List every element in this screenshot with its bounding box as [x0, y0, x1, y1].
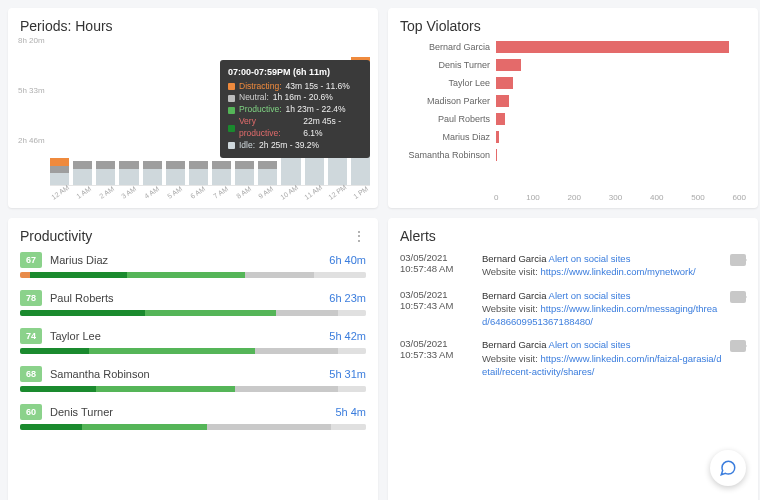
violator-row[interactable]: Madison Parker: [400, 92, 746, 110]
productivity-score: 78: [20, 290, 42, 306]
productivity-score: 68: [20, 366, 42, 382]
productivity-card: Productivity ⋮ 67Marius Diaz6h 40m78Paul…: [8, 218, 378, 500]
productivity-item[interactable]: 60Denis Turner5h 4m: [20, 404, 366, 430]
more-menu-icon[interactable]: ⋮: [352, 228, 366, 244]
violators-chart[interactable]: Bernard GarciaDenis TurnerTaylor LeeMadi…: [400, 38, 746, 186]
violator-row[interactable]: Taylor Lee: [400, 74, 746, 92]
productivity-score: 74: [20, 328, 42, 344]
productivity-bar: [20, 386, 366, 392]
violator-bar: [496, 95, 509, 107]
productivity-bar: [20, 310, 366, 316]
productivity-time[interactable]: 5h 31m: [329, 368, 366, 380]
screenshot-icon[interactable]: [730, 291, 746, 303]
chat-button[interactable]: [710, 450, 746, 486]
violator-bar: [496, 41, 729, 53]
violator-bar: [496, 149, 497, 161]
alert-body: Bernard Garcia Alert on social sitesWebs…: [482, 252, 722, 279]
productivity-name: Taylor Lee: [50, 330, 101, 342]
productivity-list: 67Marius Diaz6h 40m78Paul Roberts6h 23m7…: [20, 252, 366, 430]
violators-xaxis: 0100200300400500600: [494, 193, 746, 202]
top-violators-card: Top Violators Bernard GarciaDenis Turner…: [388, 8, 758, 208]
violator-row[interactable]: Paul Roberts: [400, 110, 746, 128]
screenshot-icon[interactable]: [730, 340, 746, 352]
alert-body: Bernard Garcia Alert on social sitesWebs…: [482, 338, 722, 378]
alert-timestamp: 03/05/202110:57:48 AM: [400, 252, 472, 279]
periods-yaxis: 8h 20m 5h 33m 2h 46m: [18, 36, 45, 186]
productivity-time[interactable]: 6h 40m: [329, 254, 366, 266]
violator-name: Marius Diaz: [400, 132, 496, 142]
productivity-item[interactable]: 68Samantha Robinson5h 31m: [20, 366, 366, 392]
alert-rule-link[interactable]: Alert on social sites: [549, 339, 631, 350]
violator-bar: [496, 113, 505, 125]
productivity-name: Denis Turner: [50, 406, 113, 418]
alerts-card: Alerts 03/05/202110:57:48 AMBernard Garc…: [388, 218, 758, 500]
alert-timestamp: 03/05/202110:57:43 AM: [400, 289, 472, 329]
alert-row[interactable]: 03/05/202110:57:43 AMBernard Garcia Aler…: [400, 289, 746, 329]
alerts-list: 03/05/202110:57:48 AMBernard Garcia Aler…: [400, 252, 746, 378]
periods-bar[interactable]: [50, 36, 69, 185]
productivity-time[interactable]: 5h 4m: [335, 406, 366, 418]
productivity-score: 60: [20, 404, 42, 420]
screenshot-icon[interactable]: [730, 254, 746, 266]
productivity-time[interactable]: 6h 23m: [329, 292, 366, 304]
productivity-time[interactable]: 5h 42m: [329, 330, 366, 342]
productivity-title: Productivity: [20, 228, 366, 244]
violator-name: Bernard Garcia: [400, 42, 496, 52]
productivity-item[interactable]: 74Taylor Lee5h 42m: [20, 328, 366, 354]
periods-bar[interactable]: [119, 36, 138, 185]
alert-url-link[interactable]: https://www.linkedin.com/messaging/threa…: [482, 303, 717, 327]
productivity-bar: [20, 272, 366, 278]
productivity-item[interactable]: 67Marius Diaz6h 40m: [20, 252, 366, 278]
violators-title: Top Violators: [400, 18, 746, 34]
alert-body: Bernard Garcia Alert on social sitesWebs…: [482, 289, 722, 329]
periods-tooltip: 07:00-07:59PM (6h 11m) Distracting: 43m …: [220, 60, 370, 158]
periods-hours-card: Periods: Hours 8h 20m 5h 33m 2h 46m 12 A…: [8, 8, 378, 208]
alert-row[interactable]: 03/05/202110:57:33 AMBernard Garcia Aler…: [400, 338, 746, 378]
periods-bar[interactable]: [166, 36, 185, 185]
violator-row[interactable]: Marius Diaz: [400, 128, 746, 146]
productivity-score: 67: [20, 252, 42, 268]
alert-url-link[interactable]: https://www.linkedin.com/mynetwork/: [540, 266, 695, 277]
violator-name: Paul Roberts: [400, 114, 496, 124]
periods-bar[interactable]: [96, 36, 115, 185]
periods-bar[interactable]: [189, 36, 208, 185]
violator-name: Denis Turner: [400, 60, 496, 70]
violator-name: Samantha Robinson: [400, 150, 496, 160]
violator-row[interactable]: Denis Turner: [400, 56, 746, 74]
periods-title: Periods: Hours: [20, 18, 366, 34]
productivity-item[interactable]: 78Paul Roberts6h 23m: [20, 290, 366, 316]
productivity-name: Samantha Robinson: [50, 368, 150, 380]
violator-bar: [496, 131, 499, 143]
alert-row[interactable]: 03/05/202110:57:48 AMBernard Garcia Aler…: [400, 252, 746, 279]
periods-xaxis: 12 AM1 AM2 AM3 AM4 AM5 AM6 AM7 AM8 AM9 A…: [50, 195, 370, 202]
violator-name: Taylor Lee: [400, 78, 496, 88]
alert-timestamp: 03/05/202110:57:33 AM: [400, 338, 472, 378]
productivity-name: Paul Roberts: [50, 292, 114, 304]
violator-row[interactable]: Samantha Robinson: [400, 146, 746, 164]
periods-bar[interactable]: [73, 36, 92, 185]
violator-bar: [496, 59, 521, 71]
tooltip-title: 07:00-07:59PM (6h 11m): [228, 66, 362, 79]
violator-bar: [496, 77, 513, 89]
productivity-bar: [20, 348, 366, 354]
violator-name: Madison Parker: [400, 96, 496, 106]
alert-rule-link[interactable]: Alert on social sites: [549, 253, 631, 264]
violator-row[interactable]: Bernard Garcia: [400, 38, 746, 56]
alerts-title: Alerts: [400, 228, 746, 244]
productivity-bar: [20, 424, 366, 430]
alert-url-link[interactable]: https://www.linkedin.com/in/faizal-garas…: [482, 353, 722, 377]
chat-icon: [719, 459, 737, 477]
alert-rule-link[interactable]: Alert on social sites: [549, 290, 631, 301]
productivity-name: Marius Diaz: [50, 254, 108, 266]
periods-bar[interactable]: [143, 36, 162, 185]
